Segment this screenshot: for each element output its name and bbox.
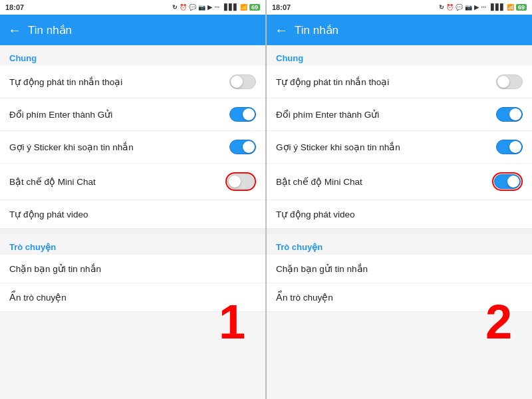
- setting-item-0-2: Gợi ý Sticker khi soạn tin nhắn: [0, 131, 265, 164]
- back-button[interactable]: ←: [275, 23, 288, 38]
- video-icon: ▶: [474, 4, 479, 11]
- setting-label: Gợi ý Sticker khi soạn tin nhắn: [276, 142, 496, 152]
- section-label-1: Trò chuyện: [267, 234, 532, 255]
- alarm-icon: ⏰: [446, 4, 454, 11]
- toggle-on[interactable]: [229, 107, 256, 122]
- toggle-knob: [509, 108, 521, 120]
- status-time: 18:07: [272, 3, 291, 11]
- rotate-icon: ↻: [172, 4, 178, 11]
- setting-label: Ẩn trò chuyện: [9, 292, 256, 303]
- setting-label: Tự động phát tin nhắn thoại: [9, 76, 229, 87]
- setting-item-0-4: Tự động phát video: [267, 200, 532, 229]
- signal-icon: ▋▋▋: [224, 4, 238, 11]
- status-icons: ↻ ⏰ 💬 📷 ▶ ··· ▋▋▋ 📶 69: [439, 4, 527, 11]
- toggle-wrapper[interactable]: [492, 172, 523, 191]
- camera-icon: 📷: [198, 4, 205, 11]
- toggle-knob: [507, 176, 519, 188]
- setting-label: Đổi phím Enter thành Gửi: [9, 109, 229, 120]
- toggle-knob: [243, 108, 255, 120]
- toggle-wrapper[interactable]: [229, 74, 256, 89]
- setting-label: Bật chế độ Mini Chat: [276, 176, 492, 187]
- alarm-icon: ⏰: [180, 4, 187, 11]
- battery-icon: 69: [249, 4, 260, 11]
- setting-label: Tự động phát video: [9, 209, 256, 219]
- app-header: ← Tin nhắn: [267, 15, 532, 45]
- setting-item-0-4: Tự động phát video: [0, 200, 265, 229]
- toggle-wrapper[interactable]: [229, 107, 256, 122]
- toggle-knob: [497, 76, 509, 88]
- setting-item-0-0: Tự động phát tin nhắn thoại: [0, 66, 265, 98]
- setting-item-0-0: Tự động phát tin nhắn thoại: [267, 66, 532, 98]
- signal-icon: ▋▋▋: [491, 4, 505, 11]
- settings-content: ChungTự động phát tin nhắn thoạiĐổi phím…: [0, 45, 265, 399]
- setting-item-0-3: Bật chế độ Mini Chat: [267, 164, 532, 200]
- wifi-icon: 📶: [507, 4, 514, 11]
- video-icon: ▶: [207, 4, 212, 11]
- section-divider: [0, 229, 265, 234]
- setting-item-1-1: Ẩn trò chuyện: [267, 283, 532, 312]
- battery-icon: 69: [516, 4, 527, 11]
- panel-left: 18:07 ↻ ⏰ 💬 📷 ▶ ··· ▋▋▋ 📶 69 ← Tin nhắn …: [0, 0, 267, 399]
- setting-item-0-3: Bật chế độ Mini Chat: [0, 164, 265, 200]
- status-bar: 18:07 ↻ ⏰ 💬 📷 ▶ ··· ▋▋▋ 📶 69: [267, 0, 532, 15]
- toggle-knob: [243, 141, 255, 153]
- toggle-off[interactable]: [227, 174, 254, 189]
- wifi-icon: 📶: [240, 4, 247, 11]
- toggle-wrapper[interactable]: [496, 74, 523, 89]
- header-title: Tin nhắn: [295, 23, 338, 37]
- toggle-off[interactable]: [496, 74, 523, 89]
- setting-item-1-0: Chặn bạn gửi tin nhắn: [0, 255, 265, 283]
- setting-label: Chặn bạn gửi tin nhắn: [276, 263, 523, 274]
- section-label-0: Chung: [0, 45, 265, 66]
- setting-item-1-1: Ẩn trò chuyện: [0, 283, 265, 312]
- setting-label: Tự động phát tin nhắn thoại: [276, 76, 496, 87]
- setting-label: Bật chế độ Mini Chat: [9, 176, 225, 187]
- messenger-icon: 💬: [456, 4, 463, 11]
- rotate-icon: ↻: [439, 4, 444, 11]
- setting-item-0-2: Gợi ý Sticker khi soạn tin nhắn: [267, 131, 532, 164]
- header-title: Tin nhắn: [28, 23, 72, 37]
- setting-label: Tự động phát video: [276, 209, 523, 219]
- toggle-off[interactable]: [229, 74, 256, 89]
- toggle-knob: [509, 141, 521, 153]
- camera-icon: 📷: [465, 4, 472, 11]
- toggle-on[interactable]: [229, 140, 256, 154]
- panel-right: 18:07 ↻ ⏰ 💬 📷 ▶ ··· ▋▋▋ 📶 69 ← Tin nhắn …: [267, 0, 532, 399]
- toggle-on[interactable]: [496, 140, 523, 154]
- toggle-on[interactable]: [494, 174, 521, 189]
- setting-item-0-1: Đổi phím Enter thành Gửi: [0, 98, 265, 131]
- status-bar: 18:07 ↻ ⏰ 💬 📷 ▶ ··· ▋▋▋ 📶 69: [0, 0, 265, 15]
- setting-label: Chặn bạn gửi tin nhắn: [9, 263, 256, 274]
- setting-label: Gợi ý Sticker khi soạn tin nhắn: [9, 142, 229, 152]
- section-divider: [267, 229, 532, 234]
- status-icons: ↻ ⏰ 💬 📷 ▶ ··· ▋▋▋ 📶 69: [172, 4, 260, 11]
- setting-item-0-1: Đổi phím Enter thành Gửi: [267, 98, 532, 131]
- toggle-knob: [229, 176, 241, 188]
- back-button[interactable]: ←: [8, 23, 21, 38]
- toggle-wrapper[interactable]: [229, 140, 256, 154]
- settings-content: ChungTự động phát tin nhắn thoạiĐổi phím…: [267, 45, 532, 399]
- more-icon: ···: [481, 4, 486, 11]
- app-header: ← Tin nhắn: [0, 15, 265, 45]
- toggle-wrapper[interactable]: [496, 140, 523, 154]
- setting-label: Đổi phím Enter thành Gửi: [276, 109, 496, 120]
- toggle-knob: [231, 76, 243, 88]
- setting-item-1-0: Chặn bạn gửi tin nhắn: [267, 255, 532, 283]
- section-label-1: Trò chuyện: [0, 234, 265, 255]
- status-time: 18:07: [5, 3, 24, 11]
- more-icon: ···: [214, 4, 219, 11]
- toggle-wrapper[interactable]: [225, 172, 256, 191]
- section-label-0: Chung: [267, 45, 532, 66]
- toggle-wrapper[interactable]: [496, 107, 523, 122]
- setting-label: Ẩn trò chuyện: [276, 292, 523, 303]
- toggle-on[interactable]: [496, 107, 523, 122]
- messenger-icon: 💬: [189, 4, 196, 11]
